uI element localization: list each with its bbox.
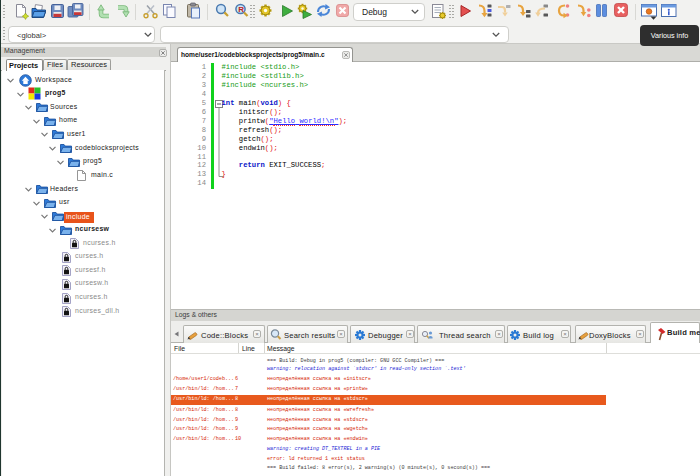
svg-text:R: R [238, 5, 244, 14]
